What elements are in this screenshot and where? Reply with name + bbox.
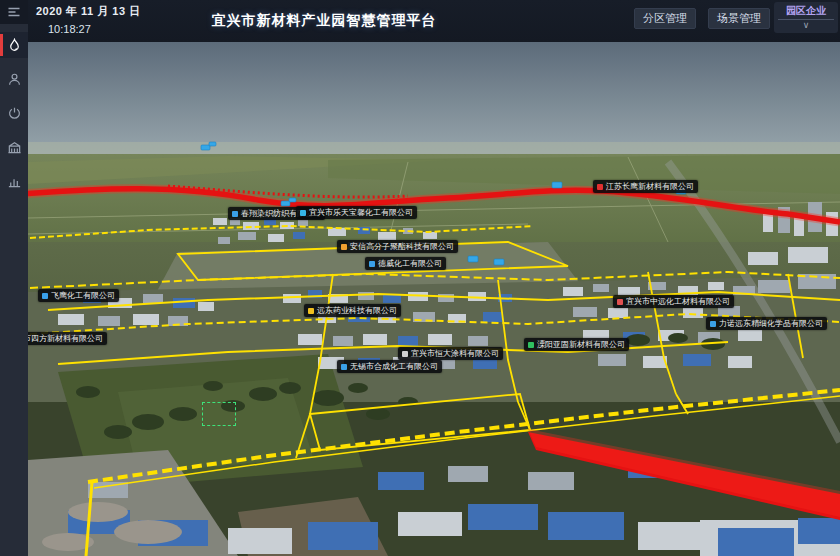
company-label[interactable]: 溧阳亚固新材料有限公司 <box>524 338 629 351</box>
company-label[interactable]: 江苏长鹰新材料有限公司 <box>593 180 698 193</box>
sidebar-item-personnel[interactable] <box>0 66 28 92</box>
company-label-text: 无锡市合成化工有限公司 <box>350 361 438 372</box>
top-bar: 2020 年 11 月 13 日 10:18:27 宜兴市新材料产业园智慧管理平… <box>28 0 840 42</box>
company-label[interactable]: 力诺远东精细化学品有限公司 <box>706 317 827 330</box>
company-label[interactable]: 宜兴市乐天宝馨化工有限公司 <box>296 206 417 219</box>
zone-management-button[interactable]: 分区管理 <box>634 8 696 29</box>
company-logo-icon <box>308 308 314 314</box>
factory-building-icon <box>7 140 22 155</box>
company-label-text: 宜兴市中远化工材料有限公司 <box>626 296 730 307</box>
sidebar-item-energy-monitor[interactable] <box>0 100 28 126</box>
company-label-text: 力诺远东精细化学品有限公司 <box>719 318 823 329</box>
company-label-text: 飞鹰化工有限公司 <box>51 290 115 301</box>
company-label[interactable]: 宜兴市恒大涂料有限公司 <box>398 347 503 360</box>
company-logo-icon <box>341 364 347 370</box>
company-logo-icon <box>402 351 408 357</box>
hamburger-icon <box>6 4 22 20</box>
page-title: 宜兴市新材料产业园智慧管理平台 <box>28 0 620 42</box>
company-logo-icon <box>232 211 238 217</box>
company-label-text: 宜兴市四方新材料有限公司 <box>28 333 103 344</box>
company-logo-icon <box>369 261 375 267</box>
company-logo-icon <box>528 342 534 348</box>
person-icon <box>7 72 22 87</box>
selection-box <box>202 402 236 426</box>
power-gauge-icon <box>7 106 22 121</box>
company-label-text: 江苏长鹰新材料有限公司 <box>606 181 694 192</box>
company-logo-icon <box>42 293 48 299</box>
company-label-text: 安信高分子聚酯科技有限公司 <box>350 241 454 252</box>
chevron-down-icon: ∨ <box>803 20 810 30</box>
park-enterprise-dropdown[interactable]: 园区企业 ∨ <box>774 2 838 33</box>
company-logo-icon <box>617 299 623 305</box>
company-label-text: 德威化工有限公司 <box>378 258 442 269</box>
company-label[interactable]: 宜兴市中远化工材料有限公司 <box>613 295 734 308</box>
sidebar-item-menu[interactable] <box>0 0 28 24</box>
sidebar-item-statistics[interactable] <box>0 168 28 194</box>
company-label[interactable]: 无锡市合成化工有限公司 <box>337 360 442 373</box>
bar-chart-icon <box>7 174 22 189</box>
company-label[interactable]: 飞鹰化工有限公司 <box>38 289 119 302</box>
company-label[interactable]: 安信高分子聚酯科技有限公司 <box>337 240 458 253</box>
flame-icon <box>7 38 22 53</box>
company-label-text: 溧阳亚固新材料有限公司 <box>537 339 625 350</box>
company-label[interactable]: 宜兴市四方新材料有限公司 <box>28 332 107 345</box>
company-label-text: 宜兴市乐天宝馨化工有限公司 <box>309 207 413 218</box>
sidebar-item-fire-monitor[interactable] <box>0 32 28 58</box>
sidebar <box>0 0 28 556</box>
scene-management-button[interactable]: 场景管理 <box>708 8 770 29</box>
company-logo-icon <box>710 321 716 327</box>
company-label-text: 远东药业科技有限公司 <box>317 305 397 316</box>
sidebar-item-enterprise[interactable] <box>0 134 28 160</box>
park-enterprise-dropdown-label: 园区企业 <box>786 4 826 18</box>
company-logo-icon <box>300 210 306 216</box>
app-window: 2020 年 11 月 13 日 10:18:27 宜兴市新材料产业园智慧管理平… <box>0 0 840 556</box>
company-logo-icon <box>597 184 603 190</box>
company-logo-icon <box>341 244 347 250</box>
company-label[interactable]: 德威化工有限公司 <box>365 257 446 270</box>
map-3d-scene[interactable]: 春翔染织纺织有限公司 宜兴市乐天宝馨化工有限公司 安信高分子聚酯科技有限公司 德… <box>28 42 840 556</box>
company-label[interactable]: 远东药业科技有限公司 <box>304 304 401 317</box>
company-label-text: 宜兴市恒大涂料有限公司 <box>411 348 499 359</box>
